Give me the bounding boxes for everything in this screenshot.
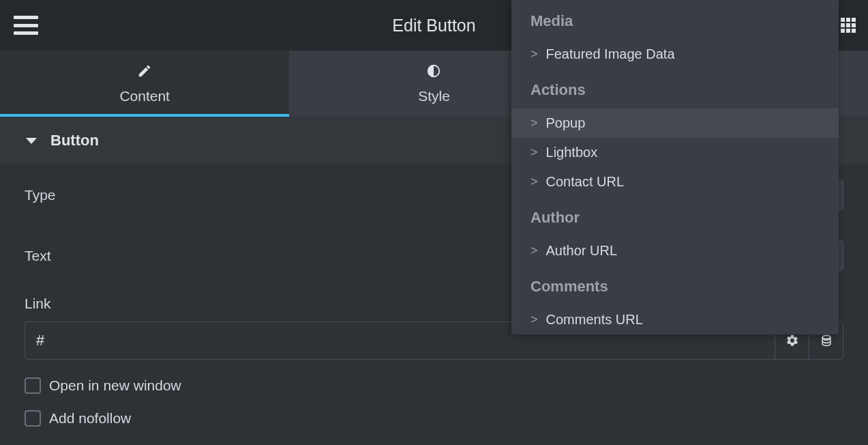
label-text: Text [25, 248, 51, 264]
dropdown-group-title: Author [511, 197, 839, 236]
label-add-nofollow[interactable]: Add nofollow [49, 410, 131, 427]
dropdown-item-label: Lightbox [546, 145, 598, 160]
dropdown-item[interactable]: >Popup [511, 109, 839, 138]
row-add-nofollow: Add nofollow [25, 402, 843, 435]
dropdown-group-title: Media [511, 0, 839, 40]
dropdown-scroll[interactable]: Media>Featured Image DataActions>Popup>L… [511, 0, 839, 334]
dropdown-item[interactable]: >Author URL [511, 236, 839, 265]
tab-content[interactable]: Content [0, 51, 289, 117]
contrast-icon [426, 63, 441, 78]
apps-grid-icon[interactable] [841, 18, 856, 33]
tab-label: Content [119, 88, 170, 104]
chevron-right-icon: > [530, 313, 538, 327]
dropdown-item-label: Comments URL [546, 312, 643, 328]
section-title: Button [50, 132, 99, 149]
chevron-right-icon: > [530, 116, 538, 130]
dropdown-item[interactable]: >Contact URL [511, 167, 839, 197]
database-icon [820, 334, 833, 347]
checkbox-add-nofollow[interactable] [25, 410, 41, 427]
label-type: Type [25, 187, 56, 203]
dropdown-group-title: Comments [511, 265, 839, 305]
chevron-right-icon: > [530, 244, 538, 258]
pencil-icon [137, 63, 152, 78]
dynamic-dropdown: Media>Featured Image DataActions>Popup>L… [511, 0, 839, 334]
page-title: Edit Button [392, 16, 475, 35]
checkbox-open-new-window[interactable] [25, 377, 41, 394]
gear-icon [785, 334, 799, 347]
tab-label: Style [418, 88, 450, 104]
dropdown-group-title: Actions [511, 69, 839, 109]
dropdown-item-label: Contact URL [546, 174, 625, 190]
chevron-down-icon [26, 138, 37, 144]
dropdown-item-label: Popup [546, 115, 586, 131]
dropdown-item[interactable]: >Comments URL [511, 305, 839, 334]
label-open-new-window[interactable]: Open in new window [49, 377, 181, 394]
dropdown-item[interactable]: >Lightbox [511, 138, 839, 167]
chevron-right-icon: > [530, 47, 538, 61]
hamburger-icon[interactable] [14, 16, 38, 35]
dropdown-item-label: Author URL [546, 243, 618, 259]
dropdown-item[interactable]: >Featured Image Data [511, 40, 839, 69]
chevron-right-icon: > [530, 175, 538, 189]
chevron-right-icon: > [530, 145, 538, 160]
dropdown-item-label: Featured Image Data [546, 46, 675, 62]
row-open-new-window: Open in new window [25, 369, 843, 402]
